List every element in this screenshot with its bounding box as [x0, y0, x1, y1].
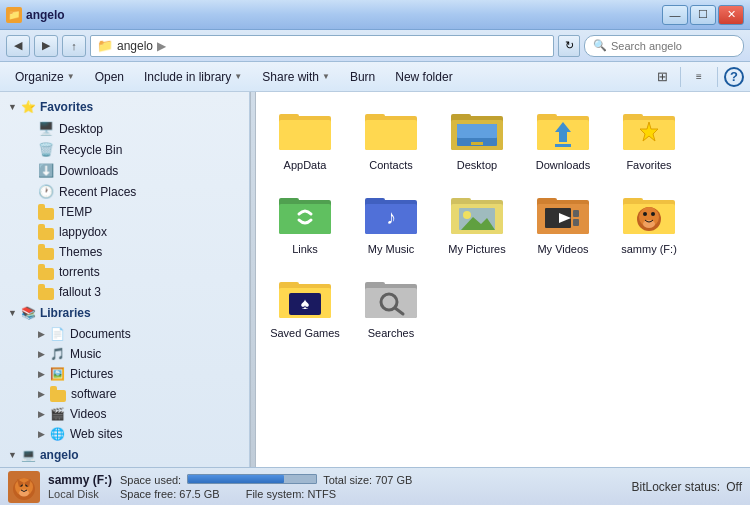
path-arrow: ▶	[157, 39, 166, 53]
sidebar-item-recent[interactable]: 🕐 Recent Places	[10, 181, 249, 202]
minimize-button[interactable]: —	[662, 5, 688, 25]
sidebar-item-documents[interactable]: ▶ 📄 Documents	[10, 324, 249, 344]
folder-links[interactable]: Links	[266, 186, 344, 262]
status-size-text: Space used: Total size: 707 GB	[120, 474, 412, 486]
sidebar-videos-label: Videos	[70, 407, 106, 421]
help-button[interactable]: ?	[724, 67, 744, 87]
svg-rect-57	[365, 282, 385, 288]
folder-appdata[interactable]: AppData	[266, 102, 344, 178]
folder-myvideos[interactable]: My Videos	[524, 186, 602, 262]
favorites-header[interactable]: ▼ ⭐ Favorites	[0, 96, 249, 118]
folder-savedgames[interactable]: ♠ Saved Games	[266, 270, 344, 346]
sidebar-item-software[interactable]: ▶ software	[10, 384, 249, 404]
mymusic-label: My Music	[368, 243, 414, 256]
open-button[interactable]: Open	[86, 65, 133, 89]
contacts-folder-img	[365, 108, 417, 156]
search-box[interactable]: 🔍	[584, 35, 744, 57]
desktop-folder-svg	[451, 108, 503, 152]
svg-rect-44	[623, 198, 643, 204]
links-folder-img	[279, 192, 331, 240]
sidebar-item-music[interactable]: ▶ 🎵 Music	[10, 344, 249, 364]
videos-expand-arrow: ▶	[38, 409, 45, 419]
include-arrow: ▼	[234, 72, 242, 81]
up-button[interactable]: ↑	[62, 35, 86, 57]
sidebar-item-torrents[interactable]: torrents	[10, 262, 249, 282]
music-icon: 🎵	[50, 347, 65, 361]
sidebar-item-temp[interactable]: TEMP	[10, 202, 249, 222]
back-button[interactable]: ◀	[6, 35, 30, 57]
svg-rect-31	[451, 198, 471, 204]
sidebar-item-pictures[interactable]: ▶ 🖼️ Pictures	[10, 364, 249, 384]
sidebar-item-fallout3[interactable]: fallout 3	[10, 282, 249, 302]
software-folder-icon	[50, 390, 66, 402]
fallout3-folder-icon	[38, 288, 54, 300]
downloads-icon: ⬇️	[38, 163, 54, 178]
search-input[interactable]	[611, 40, 731, 52]
status-bar: sammy (F:) Local Disk Space used: Total …	[0, 467, 750, 505]
maximize-button[interactable]: ☐	[690, 5, 716, 25]
forward-button[interactable]: ▶	[34, 35, 58, 57]
status-progress: Space used: Total size: 707 GB Space fre…	[120, 474, 412, 500]
folder-contacts[interactable]: Contacts	[352, 102, 430, 178]
svg-rect-16	[555, 144, 571, 147]
sidebar-item-lappydox[interactable]: lappydox	[10, 222, 249, 242]
sidebar-item-downloads[interactable]: ⬇️ Downloads	[10, 160, 249, 181]
folder-desktop[interactable]: Desktop	[438, 102, 516, 178]
share-label: Share with	[262, 70, 319, 84]
sidebar-websites-label: Web sites	[70, 427, 122, 441]
sidebar-item-themes[interactable]: Themes	[10, 242, 249, 262]
sidebar-recycle-label: Recycle Bin	[59, 143, 122, 157]
folder-sammy[interactable]: sammy (F:)	[610, 186, 688, 262]
bitlocker-label: BitLocker status:	[631, 480, 720, 494]
toolbar: Organize ▼ Open Include in library ▼ Sha…	[0, 62, 750, 92]
toolbar-right: ⊞ ≡ ?	[650, 65, 744, 89]
mypictures-folder-svg	[451, 192, 503, 236]
svg-rect-8	[451, 114, 471, 120]
new-folder-button[interactable]: New folder	[386, 65, 461, 89]
websites-expand-arrow: ▶	[38, 429, 45, 439]
folder-downloads[interactable]: Downloads	[524, 102, 602, 178]
favorites-label: Favorites	[40, 100, 93, 114]
space-used-label: Space used:	[120, 474, 181, 486]
sidebar-item-videos[interactable]: ▶ 🎬 Videos	[10, 404, 249, 424]
details-button[interactable]: ≡	[687, 65, 711, 89]
svg-text:♠: ♠	[301, 295, 310, 312]
sidebar-item-appdata[interactable]: AppData	[10, 466, 249, 467]
burn-button[interactable]: Burn	[341, 65, 384, 89]
sidebar-music-label: Music	[70, 347, 101, 361]
svg-point-62	[19, 489, 29, 496]
savedgames-folder-svg: ♠	[279, 276, 331, 320]
sidebar-item-desktop[interactable]: 🖥️ Desktop	[10, 118, 249, 139]
folder-favorites[interactable]: Favorites	[610, 102, 688, 178]
folder-searches[interactable]: Searches	[352, 270, 430, 346]
search-icon: 🔍	[593, 39, 607, 52]
sidebar-item-recycle[interactable]: 🗑️ Recycle Bin	[10, 139, 249, 160]
lappydox-folder-icon	[38, 228, 54, 240]
include-library-button[interactable]: Include in library ▼	[135, 65, 251, 89]
sidebar-item-websites[interactable]: ▶ 🌐 Web sites	[10, 424, 249, 444]
refresh-button[interactable]: ↻	[558, 35, 580, 57]
libraries-items: ▶ 📄 Documents ▶ 🎵 Music ▶ 🖼️ Pictures ▶ …	[0, 324, 249, 444]
svg-rect-19	[623, 114, 643, 120]
favorites-icon: ⭐	[21, 100, 36, 114]
organize-button[interactable]: Organize ▼	[6, 65, 84, 89]
themes-folder-icon	[38, 248, 54, 260]
software-expand-arrow: ▶	[38, 389, 45, 399]
svg-rect-5	[365, 114, 385, 120]
libraries-header[interactable]: ▼ 📚 Libraries	[0, 302, 249, 324]
main-content: ▼ ⭐ Favorites 🖥️ Desktop 🗑️ Recycle Bin …	[0, 92, 750, 467]
temp-folder-icon	[38, 208, 54, 220]
svg-rect-24	[279, 198, 299, 204]
folder-mypictures[interactable]: My Pictures	[438, 186, 516, 262]
share-button[interactable]: Share with ▼	[253, 65, 339, 89]
svg-rect-1	[279, 120, 331, 150]
view-toggle-button[interactable]: ⊞	[650, 65, 674, 89]
sidebar-temp-label: TEMP	[59, 205, 92, 219]
folder-mymusic[interactable]: ♪ My Music	[352, 186, 430, 262]
close-button[interactable]: ✕	[718, 5, 744, 25]
contacts-folder-svg	[365, 108, 417, 152]
window-title: angelo	[26, 8, 65, 22]
savedgames-folder-img: ♠	[279, 276, 331, 324]
computer-header[interactable]: ▼ 💻 angelo	[0, 444, 249, 466]
address-path[interactable]: 📁 angelo ▶	[90, 35, 554, 57]
